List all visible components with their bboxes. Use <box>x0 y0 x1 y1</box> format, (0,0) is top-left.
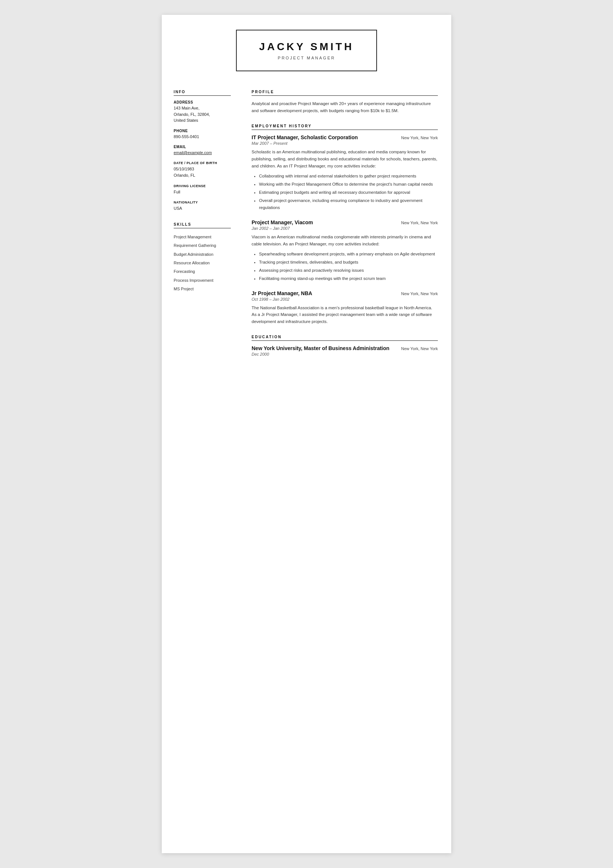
body-layout: INFO Address 143 Main Ave,Orlando, FL, 3… <box>162 82 451 388</box>
bullet-item: Tracking project timelines, deliverables… <box>259 259 438 266</box>
address-label: Address <box>174 100 231 104</box>
job-bullets-2: Spearheading software development projec… <box>252 251 438 282</box>
job-header-2: Project Manager, Viacom New York, New Yo… <box>252 219 438 225</box>
header-box: JACKY SMITH PROJECT MANAGER <box>236 30 377 71</box>
job-entry-2: Project Manager, Viacom New York, New Yo… <box>252 219 438 282</box>
job-location-3: New York, New York <box>401 291 438 296</box>
email-label: Email <box>174 145 231 149</box>
sidebar: INFO Address 143 Main Ave,Orlando, FL, 3… <box>162 82 240 374</box>
job-header-1: IT Project Manager, Scholastic Corporati… <box>252 134 438 140</box>
job-location-2: New York, New York <box>401 220 438 225</box>
edu-location-1: New York, New York <box>401 346 438 351</box>
dob-value: 05/10/1983Orlando, FL <box>174 166 231 179</box>
nationality-label: NATIONALITY <box>174 200 231 204</box>
info-section: INFO Address 143 Main Ave,Orlando, FL, 3… <box>174 90 231 212</box>
job-dates-1: Mar 2007 – Present <box>252 141 438 146</box>
employment-section: EMPLOYMENT HISTORY IT Project Manager, S… <box>252 124 438 325</box>
candidate-name: JACKY SMITH <box>259 41 354 53</box>
phone-value: 890-555-0401 <box>174 134 231 140</box>
employment-title: EMPLOYMENT HISTORY <box>252 124 438 130</box>
job-bullets-1: Collaborating with internal and external… <box>252 173 438 211</box>
skill-item: Process Improvement <box>174 276 231 285</box>
driving-value: Full <box>174 189 231 196</box>
skill-item: Resource Allocation <box>174 259 231 267</box>
email-link[interactable]: email@example.com <box>174 150 212 155</box>
bullet-item: Collaborating with internal and external… <box>259 173 438 180</box>
skill-item: Budget Administration <box>174 250 231 259</box>
edu-title-1: New York University, Master of Business … <box>252 345 389 351</box>
email-value: email@example.com <box>174 150 231 156</box>
dob-section: DATE / PLACE OF BIRTH 05/10/1983Orlando,… <box>174 161 231 179</box>
job-description-2: Viacom is an American multinational medi… <box>252 234 438 248</box>
skills-section: SKILLS Project Management Requirement Ga… <box>174 222 231 294</box>
email-row: Email email@example.com <box>174 145 231 156</box>
address-row: Address 143 Main Ave,Orlando, FL, 32804,… <box>174 100 231 124</box>
bullet-item: Working with the Project Management Offi… <box>259 181 438 188</box>
header-area: JACKY SMITH PROJECT MANAGER <box>162 15 451 82</box>
bullet-item: Facilitating morning stand-up meetings w… <box>259 275 438 282</box>
edu-header-1: New York University, Master of Business … <box>252 345 438 351</box>
skill-item: MS Project <box>174 285 231 293</box>
job-dates-3: Oct 1998 – Jan 2002 <box>252 297 438 301</box>
job-title-1: IT Project Manager, Scholastic Corporati… <box>252 134 358 140</box>
education-title: EDUCATION <box>252 335 438 341</box>
address-value: 143 Main Ave,Orlando, FL, 32804,United S… <box>174 105 231 124</box>
phone-label: Phone <box>174 129 231 133</box>
edu-dates-1: Dec 2000 <box>252 352 438 356</box>
profile-title: PROFILE <box>252 90 438 96</box>
nationality-value: USA <box>174 205 231 212</box>
driving-label: DRIVING LICENSE <box>174 184 231 188</box>
job-entry-1: IT Project Manager, Scholastic Corporati… <box>252 134 438 211</box>
candidate-title: PROJECT MANAGER <box>259 56 354 60</box>
job-header-3: Jr Project Manager, NBA New York, New Yo… <box>252 290 438 296</box>
bullet-item: Overall project governance, including en… <box>259 197 438 211</box>
job-location-1: New York, New York <box>401 135 438 140</box>
nationality-section: NATIONALITY USA <box>174 200 231 212</box>
profile-section: PROFILE Analytical and proactive Project… <box>252 90 438 114</box>
job-entry-3: Jr Project Manager, NBA New York, New Yo… <box>252 290 438 326</box>
bullet-item: Assessing project risks and proactively … <box>259 267 438 274</box>
skill-item: Project Management <box>174 233 231 241</box>
main-content: PROFILE Analytical and proactive Project… <box>240 82 451 374</box>
skill-item: Requirement Gathering <box>174 241 231 250</box>
profile-text: Analytical and proactive Project Manager… <box>252 100 438 114</box>
skill-item: Forecasting <box>174 267 231 276</box>
job-description-1: Scholastic is an American multinational … <box>252 149 438 170</box>
job-dates-2: Jan 2002 – Jan 2007 <box>252 226 438 231</box>
bullet-item: Spearheading software development projec… <box>259 251 438 258</box>
bullet-item: Estimating project budgets and writing a… <box>259 189 438 196</box>
resume-page: JACKY SMITH PROJECT MANAGER INFO Address… <box>162 15 451 853</box>
job-title-3: Jr Project Manager, NBA <box>252 290 312 296</box>
edu-entry-1: New York University, Master of Business … <box>252 345 438 356</box>
phone-row: Phone 890-555-0401 <box>174 129 231 140</box>
driving-section: DRIVING LICENSE Full <box>174 184 231 196</box>
skills-section-title: SKILLS <box>174 222 231 228</box>
info-section-title: INFO <box>174 90 231 96</box>
job-title-2: Project Manager, Viacom <box>252 219 313 225</box>
job-description-3: The National Basketball Association is a… <box>252 304 438 326</box>
education-section: EDUCATION New York University, Master of… <box>252 335 438 356</box>
dob-label: DATE / PLACE OF BIRTH <box>174 161 231 165</box>
